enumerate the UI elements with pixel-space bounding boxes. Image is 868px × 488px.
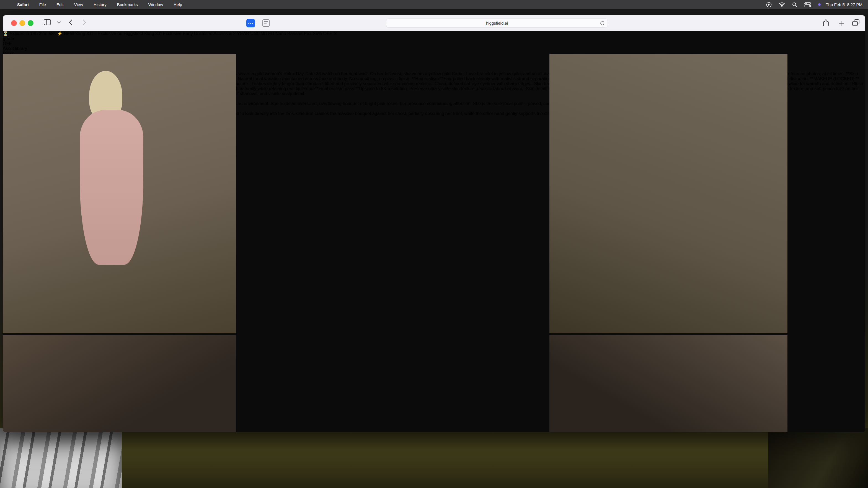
wallpaper-photo-right (768, 428, 868, 488)
screen: Safari File Edit View History Bookmarks … (0, 0, 868, 488)
menu-bookmarks[interactable]: Bookmarks (117, 2, 138, 7)
reader-icon[interactable] (262, 20, 270, 27)
menu-file[interactable]: File (39, 2, 46, 7)
extensions-icon[interactable] (246, 19, 255, 27)
menu-safari[interactable]: Safari (17, 2, 29, 7)
menu-bar-clock[interactable]: Thu Feb 5 8:27 PM (826, 2, 863, 7)
play-circle-icon[interactable] (766, 2, 772, 7)
asset-library-label: Asset library (3, 46, 27, 51)
menu-bar: Safari File Edit View History Bookmarks … (0, 0, 868, 9)
gallery-photo[interactable] (550, 54, 787, 333)
back-icon[interactable] (69, 19, 72, 26)
menu-edit[interactable]: Edit (57, 2, 64, 7)
menu-view[interactable]: View (74, 2, 83, 7)
address-bar[interactable]: higgsfield.ai (386, 19, 608, 28)
status-dot (818, 3, 821, 6)
discount-off-badge: OFF (3, 41, 865, 46)
gallery-photo[interactable] (550, 335, 787, 432)
menu-help[interactable]: Help (174, 2, 182, 7)
wifi-icon[interactable] (779, 2, 785, 7)
reload-icon[interactable] (599, 21, 605, 27)
banner-close-icon[interactable]: ✕ (333, 31, 337, 36)
close-window-button[interactable] (11, 20, 17, 26)
zoom-window-button[interactable] (28, 20, 33, 26)
asset-library-button[interactable]: Asset library (3, 46, 865, 51)
forward-icon[interactable] (83, 19, 86, 26)
promo-discount: 85% OFF (313, 31, 332, 36)
browser-toolbar: higgsfield.ai (3, 15, 865, 31)
sidebar-icon[interactable] (44, 19, 51, 25)
gallery-photo[interactable] (3, 335, 236, 432)
page-content: ⏳ Expires in 19h 32m 58s ⚡ NEW Kling 3.0… (3, 31, 865, 432)
search-icon[interactable] (792, 2, 797, 7)
promo-banner: ⏳ Expires in 19h 32m 58s ⚡ NEW Kling 3.0… (3, 31, 865, 36)
upgrade-button[interactable]: grade (3, 36, 865, 41)
kling-badge: ⚡ NEW Kling 3.0 – Exclusive on Higgsfiel… (57, 31, 143, 36)
upgrade-label: grade (3, 36, 14, 41)
countdown-badge: ⏳ Expires in 19h 32m 58s (3, 31, 56, 36)
menu-window[interactable]: Window (148, 2, 163, 7)
wallpaper-photo-bench (0, 428, 122, 488)
chevron-down-icon[interactable] (57, 21, 61, 24)
safari-window: higgsfield.ai (3, 15, 865, 432)
tabs-icon[interactable] (852, 19, 860, 26)
gallery-photo[interactable] (3, 54, 236, 333)
share-icon[interactable] (823, 19, 829, 27)
menu-history[interactable]: History (94, 2, 106, 7)
address-bar-url: higgsfield.ai (486, 21, 508, 26)
new-tab-icon[interactable] (838, 20, 844, 26)
control-center-icon[interactable] (804, 2, 811, 7)
promo-message: Kling 3.0 Exclusive Early Unlimited Acce… (144, 31, 312, 36)
minimize-window-button[interactable] (20, 20, 25, 26)
